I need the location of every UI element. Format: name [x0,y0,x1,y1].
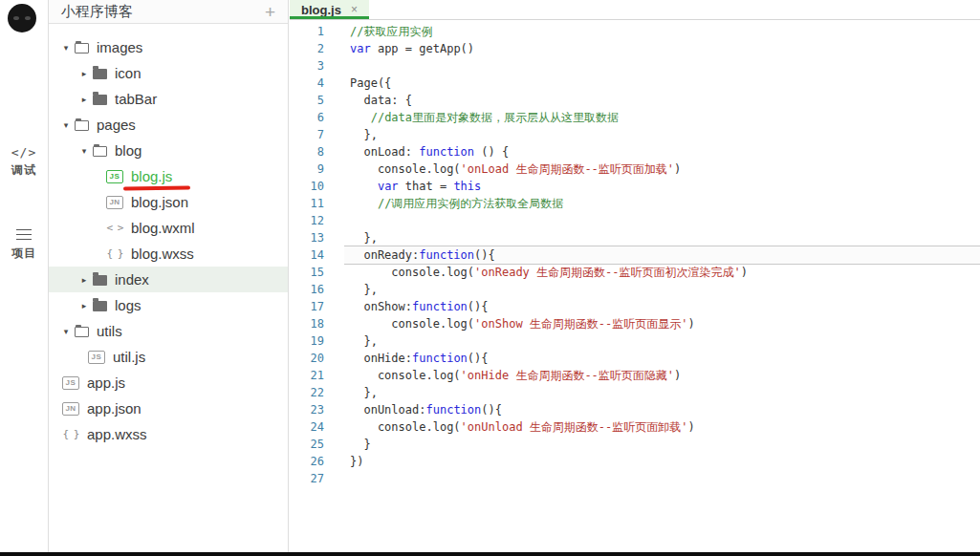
tree-item-label: logs [115,297,142,313]
code-line-17[interactable]: 17 onShow:function(){ [290,298,980,315]
line-number: 9 [290,160,324,178]
code-line-24[interactable]: 24 console.log('onUnload 生命周期函数--监听页面卸载'… [290,418,980,436]
tab-blog-js[interactable]: blog.js × [290,0,369,19]
tree-item-util.js[interactable]: JSutil.js [49,344,288,370]
code-text: onUnload:function(){ [350,401,502,418]
code-line-10[interactable]: 10 var that = this [290,178,980,195]
chevron-down-icon: ▾ [60,120,72,130]
tree-item-logs[interactable]: ▸logs [49,292,288,318]
code-line-21[interactable]: 21 console.log('onHide 生命周期函数--监听页面隐藏') [290,367,980,384]
line-number: 16 [290,281,324,298]
code-text: //调用应用实例的方法获取全局数据 [350,195,563,212]
tree-item-blog.wxml[interactable]: < >blog.wxml [49,215,288,241]
code-editor[interactable]: 1//获取应用实例2var app = getApp()34Page({5 da… [290,20,980,487]
folder-icon [93,146,107,157]
tree-item-index[interactable]: ▸index [49,267,288,292]
code-line-25[interactable]: 25 } [290,436,980,453]
tree-item-blog.wxss[interactable]: { }blog.wxss [49,241,288,267]
menu-icon [16,229,32,240]
folder-icon [75,120,89,131]
wxss-file-icon: { } [106,247,123,260]
code-text: console.log('onReady 生命周期函数--监听页面初次渲染完成'… [350,264,748,281]
tree-item-pages[interactable]: ▾pages [49,112,288,138]
tree-item-label: app.wxss [87,426,147,442]
code-line-26[interactable]: 26}) [290,453,980,470]
code-text: data: { [350,92,412,109]
json-file-icon: JN [62,402,79,416]
line-number: 5 [290,92,324,109]
code-line-3[interactable]: 3 [290,57,980,75]
code-line-1[interactable]: 1//获取应用实例 [290,23,980,40]
add-file-button[interactable]: + [265,3,275,21]
code-text: //获取应用实例 [350,23,432,40]
code-line-12[interactable]: 12 [290,212,980,229]
code-line-13[interactable]: 13 }, [290,229,980,246]
line-number: 27 [290,470,324,487]
code-line-9[interactable]: 9 console.log('onLoad 生命周期函数--监听页面加载') [290,160,980,178]
code-line-27[interactable]: 27 [290,470,980,487]
close-icon[interactable]: × [351,3,358,16]
user-avatar[interactable] [8,4,36,32]
tree-item-label: app.json [87,400,142,417]
code-text: }, [350,384,378,401]
code-line-23[interactable]: 23 onUnload:function(){ [290,401,980,418]
line-number: 18 [290,315,324,332]
line-number: 2 [290,40,324,57]
code-line-8[interactable]: 8 onLoad: function () { [290,143,980,160]
code-text: } [350,436,371,453]
wxss-file-icon: { } [62,428,79,440]
tree-item-blog.json[interactable]: JNblog.json [49,189,288,215]
chevron-down-icon: ▾ [60,327,72,336]
tree-item-utils[interactable]: ▾utils [49,318,288,344]
js-file-icon: JS [106,170,123,183]
code-icon: </> [11,145,36,160]
folder-icon [93,69,107,79]
code-text: console.log('onHide 生命周期函数--监听页面隐藏') [350,367,681,384]
tree-item-app.wxss[interactable]: { }app.wxss [49,421,288,447]
tree-item-app.js[interactable]: JSapp.js [49,370,288,396]
tree-item-icon[interactable]: ▸icon [49,60,288,86]
code-line-20[interactable]: 20 onHide:function(){ [290,350,980,367]
line-number: 13 [290,229,324,246]
tree-item-blog.js[interactable]: JSblog.js [49,163,288,189]
code-line-5[interactable]: 5 data: { [290,92,980,109]
tree-item-tabBar[interactable]: ▸tabBar [49,86,288,112]
code-line-2[interactable]: 2var app = getApp() [290,40,980,57]
file-explorer-panel: 小程序博客 + ▾images▸icon▸tabBar▾pages▾blogJS… [48,0,289,552]
folder-icon [75,327,89,337]
code-line-19[interactable]: 19 }, [290,332,980,350]
line-number: 15 [290,264,324,281]
line-number: 10 [290,178,324,195]
activity-toolbar: </> 编辑 </> 调试 项目 [0,0,48,552]
code-text: console.log('onShow 生命周期函数--监听页面显示') [350,315,695,332]
code-line-15[interactable]: 15 console.log('onReady 生命周期函数--监听页面初次渲染… [290,264,980,281]
tree-item-label: icon [115,65,142,81]
sidebar-item-edit[interactable]: </> 编辑 [0,41,48,121]
folder-icon [93,275,107,286]
tree-item-images[interactable]: ▾images [49,34,288,60]
js-file-icon: JS [88,351,105,364]
code-line-4[interactable]: 4Page({ [290,75,980,92]
sidebar-item-debug[interactable]: </> 调试 [0,145,48,179]
bottom-bar [0,552,980,556]
chevron-right-icon: ▸ [78,69,90,78]
code-line-6[interactable]: 6 //data里面是对象数据，展示层从从这里取数据 [290,109,980,126]
code-line-16[interactable]: 16 }, [290,281,980,298]
line-number: 17 [290,298,324,315]
debug-label: 调试 [11,162,36,179]
code-line-11[interactable]: 11 //调用应用实例的方法获取全局数据 [290,195,980,212]
code-text: onShow:function(){ [350,298,489,315]
code-line-7[interactable]: 7 }, [290,126,980,143]
code-text: Page({ [350,75,391,92]
tree-item-app.json[interactable]: JNapp.json [49,396,288,421]
code-text: }, [350,229,378,246]
code-line-22[interactable]: 22 }, [290,384,980,401]
tree-item-blog[interactable]: ▾blog [49,138,288,163]
code-line-14[interactable]: 14 onReady:function(){ [290,246,980,264]
code-text: }, [350,332,378,350]
code-line-18[interactable]: 18 console.log('onShow 生命周期函数--监听页面显示') [290,315,980,332]
code-editor-panel: blog.js × 1//获取应用实例2var app = getApp()34… [290,0,980,552]
json-file-icon: JN [106,196,123,209]
sidebar-item-project[interactable]: 项目 [0,229,48,262]
tree-item-label: blog.js [131,168,172,184]
